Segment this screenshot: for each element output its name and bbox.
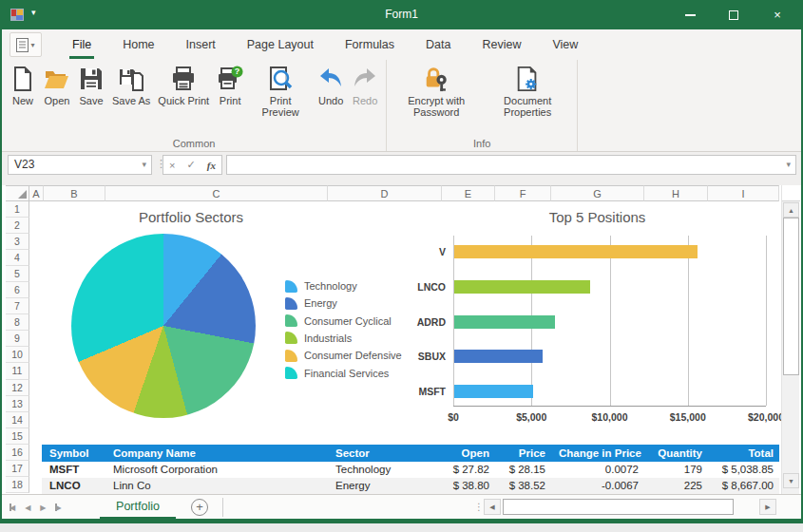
row-header-8[interactable]: 8	[6, 314, 29, 331]
ribbon-tab-page-layout[interactable]: Page Layout	[233, 29, 328, 60]
save-button[interactable]: Save	[74, 63, 108, 106]
row-header-13[interactable]: 13	[6, 396, 29, 412]
close-button[interactable]: ×	[755, 0, 799, 29]
redo-button[interactable]: Redo	[348, 63, 382, 106]
row-header-3[interactable]: 3	[6, 234, 29, 250]
column-header-e[interactable]: E	[442, 185, 495, 201]
cell-msft-price[interactable]: $ 28.15	[495, 462, 551, 478]
table-header-price[interactable]: Price	[495, 445, 551, 462]
cell-lnco-company-name[interactable]: Linn Co	[105, 478, 328, 494]
formula-input[interactable]: ▾	[226, 155, 796, 175]
row-header-1[interactable]: 1	[6, 201, 29, 218]
scroll-down-button[interactable]: ▼	[783, 473, 799, 488]
cell-lnco-price[interactable]: $ 38.52	[495, 478, 551, 494]
cell-lnco-open[interactable]: $ 38.80	[442, 478, 495, 494]
row-header-15[interactable]: 15	[6, 428, 29, 445]
vertical-scroll-thumb[interactable]	[783, 218, 799, 375]
table-header-quantity[interactable]: Quantity	[644, 445, 708, 462]
row-header-9[interactable]: 9	[6, 331, 29, 347]
confirm-entry-button[interactable]: ✓	[187, 159, 196, 171]
column-header-c[interactable]: C	[105, 185, 328, 201]
column-header-f[interactable]: F	[495, 185, 551, 201]
cell-name-box[interactable]: V23 ▾	[8, 155, 152, 175]
cell-msft-change-in-price[interactable]: 0.0072	[551, 462, 644, 478]
ribbon-tab-formulas[interactable]: Formulas	[331, 29, 409, 60]
horizontal-scroll-thumb[interactable]	[503, 499, 734, 515]
column-header-i[interactable]: I	[708, 185, 779, 201]
document-properties-button[interactable]: Document Properties	[482, 63, 573, 118]
cell-msft-company-name[interactable]: Microsoft Corporation	[105, 462, 328, 478]
table-header-sector[interactable]: Sector	[328, 445, 442, 462]
cell-lnco-sector[interactable]: Energy	[328, 478, 442, 494]
new-button[interactable]: New	[6, 63, 40, 106]
scroll-up-button[interactable]: ▲	[783, 202, 799, 218]
cell-lnco-symbol[interactable]: LNCO	[42, 478, 105, 494]
ribbon-tab-view[interactable]: View	[538, 29, 592, 60]
row-header-5[interactable]: 5	[6, 266, 29, 282]
cell-msft-total[interactable]: $ 5,038.85	[708, 462, 779, 478]
row-header-14[interactable]: 14	[6, 412, 29, 428]
previous-sheet-button[interactable]: ◀	[25, 504, 30, 512]
row-header-18[interactable]: 18	[6, 477, 29, 493]
undo-button[interactable]: Undo	[314, 63, 348, 106]
last-sheet-button[interactable]: ▶	[55, 504, 61, 512]
table-header-open[interactable]: Open	[442, 445, 495, 462]
table-header-total[interactable]: Total	[708, 445, 779, 462]
column-header-d[interactable]: D	[328, 185, 442, 201]
print-button[interactable]: ?Print	[213, 63, 247, 106]
encrypt-with-password-button[interactable]: Encrypt with Password	[391, 63, 482, 118]
column-header-b[interactable]: B	[44, 185, 105, 201]
row-header-16[interactable]: 16	[6, 445, 29, 461]
bar-chart[interactable]	[453, 236, 766, 407]
row-header-4[interactable]: 4	[6, 250, 29, 266]
row-header-2[interactable]: 2	[6, 218, 29, 234]
cell-msft-symbol[interactable]: MSFT	[42, 462, 105, 478]
cell-msft-sector[interactable]: Technology	[328, 462, 442, 478]
row-header-12[interactable]: 12	[6, 380, 29, 396]
cell-msft-open[interactable]: $ 27.82	[442, 462, 495, 478]
ribbon-tab-insert[interactable]: Insert	[172, 29, 230, 60]
ribbon-tab-data[interactable]: Data	[411, 29, 465, 60]
name-box-dropdown-icon[interactable]: ▾	[142, 160, 146, 169]
row-header-7[interactable]: 7	[6, 298, 29, 314]
ribbon-tab-review[interactable]: Review	[468, 29, 535, 60]
table-header-symbol[interactable]: Symbol	[42, 445, 105, 462]
maximize-button[interactable]	[712, 0, 755, 29]
insert-function-button[interactable]: fx	[207, 160, 216, 171]
print-preview-button[interactable]: Print Preview	[247, 63, 314, 118]
vertical-scrollbar[interactable]: ▲ ▼	[781, 185, 799, 494]
ribbon-tab-home[interactable]: Home	[108, 29, 168, 60]
pie-chart[interactable]	[71, 234, 256, 418]
x-axis-tick-label: $0	[423, 411, 484, 423]
ribbon-tab-file[interactable]: File	[58, 29, 105, 60]
formula-expand-icon[interactable]: ▾	[786, 160, 791, 169]
first-sheet-button[interactable]: ◀	[10, 504, 15, 512]
table-header-change-in-price[interactable]: Change in Price	[551, 445, 644, 462]
cell-lnco-quantity[interactable]: 225	[644, 478, 708, 494]
select-all-corner[interactable]	[6, 185, 29, 201]
cancel-entry-button[interactable]: ×	[169, 160, 175, 171]
row-header-10[interactable]: 10	[6, 347, 29, 363]
scroll-right-button[interactable]: ▶	[759, 499, 776, 515]
row-header-6[interactable]: 6	[6, 282, 29, 298]
row-header-11[interactable]: 11	[6, 363, 29, 379]
row-header-17[interactable]: 17	[6, 461, 29, 477]
save-as-button[interactable]: Save As	[108, 63, 154, 106]
horizontal-scrollbar-grip[interactable]: ⋮	[474, 502, 484, 512]
column-header-h[interactable]: H	[644, 185, 708, 201]
column-header-g[interactable]: G	[551, 185, 644, 201]
minimize-button[interactable]	[668, 0, 712, 29]
sheet-tab-portfolio[interactable]: Portfolio	[100, 495, 176, 519]
column-header-a[interactable]: A	[29, 185, 44, 201]
open-button[interactable]: Open	[40, 63, 74, 106]
sheet-canvas[interactable]: Portfolio Sectors TechnologyEnergyConsum…	[29, 201, 781, 494]
cell-lnco-total[interactable]: $ 8,667.00	[708, 478, 779, 494]
quick-print-button[interactable]: Quick Print	[154, 63, 213, 106]
application-menu-button[interactable]: ▾	[10, 32, 42, 57]
cell-msft-quantity[interactable]: 179	[644, 462, 708, 478]
table-header-company-name[interactable]: Company Name	[105, 445, 328, 462]
add-sheet-button[interactable]: +	[191, 499, 208, 516]
next-sheet-button[interactable]: ▶	[40, 504, 46, 512]
scroll-left-button[interactable]: ◀	[484, 499, 501, 515]
cell-lnco-change-in-price[interactable]: -0.0067	[551, 478, 644, 494]
